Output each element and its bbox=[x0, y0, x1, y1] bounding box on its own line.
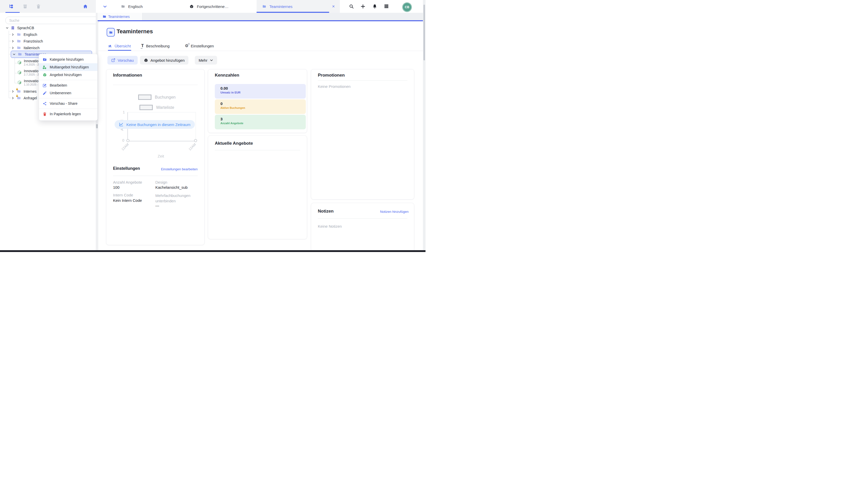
tree-item-italienisch[interactable]: Italienisch bbox=[11, 46, 39, 50]
tree-offer-1[interactable]: Innovatio 2.4.2025 - 2 bbox=[17, 59, 39, 66]
tabs-chevron-down-icon[interactable] bbox=[103, 4, 107, 9]
tree-line bbox=[9, 98, 11, 98]
tree-item-label: Französisch bbox=[23, 39, 43, 43]
folder-icon bbox=[262, 4, 266, 8]
folder-icon bbox=[17, 46, 21, 50]
window-tab-fortgeschrittene[interactable]: Fortgeschrittene… × bbox=[184, 0, 267, 13]
tree-item-englisch[interactable]: Englisch bbox=[11, 32, 37, 37]
tree-offer-3[interactable]: Innovatio 1.10.2025 - 1 bbox=[17, 79, 40, 86]
menu-item-in-papierkorb-legen[interactable]: In Papierkorb legen bbox=[39, 110, 98, 118]
tree-line bbox=[9, 34, 11, 35]
field-label: Anzahl Angebote bbox=[113, 180, 142, 184]
field-label: Intern Code bbox=[113, 193, 133, 197]
tab-uebersicht[interactable]: Übersicht bbox=[108, 42, 131, 50]
field-value: 100 bbox=[113, 185, 119, 190]
cube-icon bbox=[42, 73, 47, 77]
menu-item-vorschau-share[interactable]: Vorschau - Share bbox=[39, 100, 98, 107]
chevron-down-icon[interactable] bbox=[6, 26, 9, 30]
tree-item-franzoesisch[interactable]: Französisch bbox=[11, 39, 43, 43]
card-divider bbox=[318, 80, 407, 81]
chevron-right-icon[interactable] bbox=[11, 96, 14, 100]
card-divider bbox=[215, 150, 300, 150]
gears-icon: ⚙⚙ bbox=[185, 44, 188, 48]
legend-warteliste: Warteliste bbox=[139, 105, 174, 110]
tree-item-label: Italienisch bbox=[23, 46, 39, 50]
pencil-icon bbox=[42, 91, 47, 95]
breadcrumb[interactable]: Teaminternes bbox=[98, 13, 142, 20]
menu-item-bearbeiten[interactable]: Bearbeiten bbox=[39, 82, 98, 89]
page-scrollbar-thumb[interactable] bbox=[423, 5, 425, 60]
folder-tree-icon[interactable] bbox=[9, 4, 14, 9]
avatar[interactable]: CB bbox=[402, 2, 412, 12]
tree-offer-2[interactable]: Innovatio 2.7.2025 - 2 bbox=[17, 69, 39, 76]
tree-root-sprachcb[interactable]: SprachCB bbox=[6, 26, 34, 30]
search-input[interactable] bbox=[5, 17, 99, 24]
card-title: Aktuelle Angebote bbox=[215, 141, 253, 146]
apps-grid-icon[interactable] bbox=[384, 4, 389, 9]
x-tick-left: 12AM bbox=[121, 142, 130, 151]
offer-date: 2.7.2025 - 2 bbox=[24, 73, 39, 76]
folder-icon bbox=[18, 52, 22, 56]
chart-endpoint bbox=[194, 139, 197, 142]
menu-item-label: Bearbeiten bbox=[50, 83, 67, 87]
sidebar-resize-gutter[interactable] bbox=[96, 13, 98, 252]
menu-divider bbox=[39, 80, 98, 80]
tree-root-label: SprachCB bbox=[17, 26, 34, 30]
stat-umsatz: 0.00 Umsatz in EUR bbox=[215, 84, 306, 98]
tree-item-anfragel[interactable]: Anfragel bbox=[11, 96, 37, 100]
tab-beschreibung[interactable]: T Beschreibung bbox=[141, 42, 170, 50]
stat-label: Umsatz in EUR bbox=[221, 91, 306, 94]
stat-anzahl-angebote: 3 Anzahl Angebote bbox=[215, 115, 306, 129]
offer-label: Innovatio bbox=[24, 59, 39, 63]
sidebar-resize-handle[interactable] bbox=[96, 124, 98, 128]
offer-date: 2.4.2025 - 2 bbox=[24, 63, 39, 66]
archive-icon[interactable] bbox=[22, 4, 28, 9]
card-divider bbox=[113, 176, 198, 176]
preview-button[interactable]: Vorschau bbox=[107, 56, 138, 65]
more-button[interactable]: Mehr bbox=[195, 56, 217, 65]
legend-buchungen: Buchungen bbox=[138, 94, 176, 100]
tab-einstellungen[interactable]: ⚙⚙ Einstellungen bbox=[185, 42, 214, 50]
add-notes-link[interactable]: Notizen hinzufügen bbox=[380, 210, 409, 214]
menu-item-label: Kategorie hinzufügen bbox=[50, 57, 84, 61]
chevron-down-icon[interactable] bbox=[13, 53, 16, 56]
folder-icon bbox=[121, 4, 125, 8]
folder-icon bbox=[17, 32, 21, 37]
window-tab-englisch[interactable]: Englisch × bbox=[115, 0, 194, 13]
chevron-right-icon[interactable] bbox=[11, 33, 14, 36]
notifications-bell-icon[interactable] bbox=[372, 4, 377, 9]
folder-icon bbox=[103, 15, 106, 18]
stat-aktive-buchungen: 0 Aktive Buchungen bbox=[215, 100, 306, 114]
x-axis-label: Zeit bbox=[158, 154, 164, 158]
edit-icon bbox=[42, 83, 47, 88]
sidebar: SprachCB Englisch Französisch Italienisc… bbox=[0, 13, 96, 250]
trash-icon[interactable] bbox=[36, 4, 41, 9]
field-value: Kachelansicht_sub bbox=[155, 185, 188, 190]
tree-line bbox=[9, 48, 11, 48]
window-tab-label: Teaminternes bbox=[270, 4, 308, 9]
breadcrumb-bar: Teaminternes bbox=[98, 13, 426, 20]
chevron-right-icon[interactable] bbox=[11, 90, 14, 93]
add-icon[interactable] bbox=[360, 4, 366, 9]
building-icon bbox=[11, 26, 15, 30]
chevron-right-icon[interactable] bbox=[11, 40, 14, 43]
field-value: --- bbox=[155, 203, 159, 208]
edit-settings-link[interactable]: Einstellungen bearbeiten bbox=[161, 167, 198, 171]
home-icon[interactable] bbox=[83, 4, 88, 9]
folder-plus-icon bbox=[42, 57, 47, 62]
menu-item-kategorie-hinzufuegen[interactable]: Kategorie hinzufügen bbox=[39, 56, 98, 63]
window-tab-teaminternes[interactable]: Teaminternes × bbox=[257, 0, 340, 13]
add-offer-button-label: Angebot hinzufügen bbox=[151, 58, 185, 62]
menu-item-angebot-hinzufuegen[interactable]: Angebot hinzufügen bbox=[39, 71, 98, 78]
content-tabs-divider bbox=[98, 51, 426, 51]
stat-value: 3 bbox=[221, 117, 306, 121]
close-icon[interactable]: × bbox=[332, 4, 335, 9]
search-icon[interactable] bbox=[349, 4, 354, 9]
add-offer-button[interactable]: Angebot hinzufügen bbox=[140, 56, 188, 65]
preview-button-label: Vorschau bbox=[118, 58, 134, 62]
menu-item-umbenennen[interactable]: Umbenennen bbox=[39, 89, 98, 97]
chevron-right-icon[interactable] bbox=[11, 46, 14, 50]
menu-item-multiangebot-hinzufuegen[interactable]: Multiangebot hinzufügen bbox=[39, 63, 98, 71]
top-bar: Englisch × Fortgeschrittene… × Teaminter… bbox=[0, 0, 426, 13]
tree-item-internes[interactable]: Internes bbox=[11, 89, 37, 93]
